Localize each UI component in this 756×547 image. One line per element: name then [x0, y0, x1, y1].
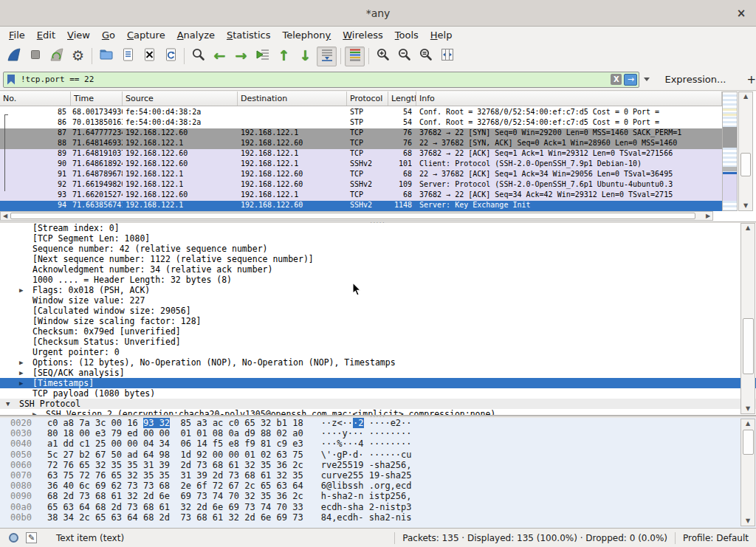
first-packet-button[interactable]: ↑ — [274, 47, 294, 66]
hex-row-0070[interactable]: 007063 75 72 76 65 32 35 35 31 39 2d 73 … — [0, 470, 756, 481]
column-header-source[interactable]: Source — [123, 92, 238, 106]
scrollbar-thumb[interactable] — [10, 213, 695, 219]
display-filter-input[interactable] — [21, 73, 611, 86]
scroll-up-icon[interactable]: ▲ — [741, 419, 755, 428]
expression-button[interactable]: Expression... — [664, 74, 726, 85]
detail-row[interactable]: ▶Flags: 0x018 (PSH, ACK) — [0, 285, 756, 295]
scrollbar-thumb[interactable] — [740, 153, 751, 176]
hex-row-0090[interactable]: 009068 2d 73 68 61 32 2d 6e 69 73 74 70 … — [0, 491, 756, 501]
hex-row-0040[interactable]: 0040a1 dd c1 25 00 00 04 34 06 14 f5 e8 … — [0, 438, 756, 449]
menu-analyze[interactable]: Analyze — [171, 28, 221, 42]
detail-row[interactable]: ▶Options: (12 bytes), No-Operation (NOP)… — [0, 357, 756, 368]
filter-add-button[interactable]: + — [746, 73, 756, 86]
packet-row-89[interactable]: 8971.648191037192.168.122.60192.168.122.… — [0, 149, 722, 159]
hex-row-0060[interactable]: 006072 76 65 32 35 35 31 39 2d 73 68 61 … — [0, 460, 756, 470]
capture-options-button[interactable]: ⚙ — [68, 47, 88, 66]
menu-edit[interactable]: Edit — [31, 28, 61, 42]
detail-row[interactable]: Window size value: 227 — [0, 295, 756, 306]
packet-row-91[interactable]: 9171.648789678192.168.122.1192.168.122.6… — [0, 170, 722, 180]
close-file-button[interactable] — [139, 47, 159, 66]
detail-row[interactable]: [Stream index: 0] — [0, 223, 756, 233]
column-header-time[interactable]: Time — [71, 92, 123, 106]
filter-bookmark-icon[interactable] — [7, 75, 15, 85]
detail-row[interactable]: [Checksum Status: Unverified] — [0, 337, 756, 347]
detail-row[interactable]: 1000 .... = Header Length: 32 bytes (8) — [0, 275, 756, 285]
detail-row[interactable]: Urgent pointer: 0 — [0, 347, 756, 357]
auto-scroll-button[interactable] — [317, 47, 337, 66]
packet-row-90[interactable]: 9071.648618924192.168.122.60192.168.122.… — [0, 159, 722, 170]
expand-icon[interactable]: ▶ — [19, 285, 23, 295]
packet-row-86[interactable]: 8670.013850163fe:54:00:d4:38:2aSTP54Conf… — [0, 118, 722, 128]
colorize-button[interactable] — [345, 47, 365, 66]
next-packet-button[interactable]: → — [231, 47, 251, 66]
detail-row[interactable]: [Next sequence number: 1122 (relative se… — [0, 254, 756, 264]
packet-row-88[interactable]: 8871.648146932192.168.122.1192.168.122.6… — [0, 139, 722, 149]
open-file-button[interactable] — [96, 47, 116, 66]
expand-icon[interactable]: ▶ — [19, 368, 23, 378]
detail-row[interactable]: TCP payload (1080 bytes) — [0, 388, 756, 399]
hex-row-00b0[interactable]: 00b038 34 2c 65 63 64 68 2d 73 68 61 32 … — [0, 512, 756, 523]
restart-capture-button[interactable] — [47, 47, 66, 66]
find-packet-button[interactable] — [188, 47, 208, 66]
zoom-out-button[interactable] — [394, 47, 414, 66]
column-header-info[interactable]: Info — [416, 92, 722, 106]
reload-file-button[interactable] — [160, 47, 180, 66]
save-file-button[interactable] — [117, 47, 137, 66]
expand-icon[interactable]: ▶ — [19, 357, 23, 368]
start-capture-button[interactable] — [4, 47, 24, 66]
scroll-down-icon[interactable]: ▼ — [741, 517, 755, 526]
zoom-in-button[interactable] — [373, 47, 393, 66]
zoom-reset-button[interactable] — [416, 47, 436, 66]
menu-telephony[interactable]: Telephony — [276, 28, 337, 42]
expand-icon[interactable]: ▶ — [32, 409, 36, 416]
menu-statistics[interactable]: Statistics — [221, 28, 277, 42]
scroll-down-icon[interactable]: ▼ — [741, 405, 755, 413]
menu-help[interactable]: Help — [425, 28, 458, 42]
go-to-packet-button[interactable] — [252, 47, 272, 66]
resize-columns-button[interactable] — [437, 47, 457, 66]
detail-row[interactable]: Acknowledgment number: 34 (relative ack … — [0, 264, 756, 275]
detail-row[interactable]: Sequence number: 42 (relative sequence n… — [0, 244, 756, 254]
expand-icon[interactable]: ▶ — [19, 378, 23, 388]
scroll-up-icon[interactable]: ▲ — [741, 224, 755, 233]
detail-row[interactable]: [Window size scaling factor: 128] — [0, 316, 756, 326]
collapse-icon[interactable]: ▼ — [6, 399, 10, 409]
column-header-protocol[interactable]: Protocol — [347, 92, 388, 106]
menu-tools[interactable]: Tools — [389, 28, 425, 42]
scrollbar-thumb[interactable] — [743, 430, 754, 455]
scroll-down-icon[interactable]: ▼ — [739, 202, 752, 210]
hex-row-0050[interactable]: 00505c 27 b2 67 50 ad 64 98 1d 92 00 00 … — [0, 450, 756, 460]
packet-row-87[interactable]: 8771.647777234192.168.122.60192.168.122.… — [0, 128, 722, 139]
previous-packet-button[interactable]: ← — [210, 47, 230, 66]
packet-row-92[interactable]: 9271.661949820192.168.122.1192.168.122.6… — [0, 180, 722, 190]
scroll-up-icon[interactable]: ▲ — [739, 92, 752, 101]
filter-clear-button[interactable]: X — [611, 74, 622, 85]
detail-row[interactable]: ▶[Timestamps] — [0, 378, 756, 388]
packet-list-horizontal-scrollbar[interactable]: ◀ ▶ — [0, 211, 713, 221]
scroll-right-icon[interactable]: ▶ — [704, 212, 712, 220]
column-header-destination[interactable]: Destination — [238, 92, 347, 106]
column-header-length[interactable]: Length — [388, 92, 416, 106]
packet-row-85[interactable]: 8568.001734936fe:54:00:d4:38:2aSTP54Conf… — [0, 108, 722, 118]
detail-row[interactable]: [Calculated window size: 29056] — [0, 306, 756, 316]
packet-row-93[interactable]: 9371.662015274192.168.122.60192.168.122.… — [0, 190, 722, 201]
filter-apply-button[interactable]: → — [624, 74, 637, 86]
display-filter-field[interactable]: X → — [3, 72, 639, 88]
menu-view[interactable]: View — [61, 28, 96, 42]
profile-text[interactable]: Profile: Default — [683, 533, 749, 543]
hex-vertical-scrollbar[interactable]: ▲ ▼ — [740, 419, 755, 526]
packet-list-minimap[interactable] — [722, 92, 738, 211]
menu-capture[interactable]: Capture — [121, 28, 171, 42]
detail-row[interactable]: ▶[SEQ/ACK analysis] — [0, 368, 756, 378]
expert-info-icon[interactable] — [9, 533, 18, 543]
hex-row-0080[interactable]: 008036 40 6c 69 62 73 73 68 2e 6f 72 67 … — [0, 481, 756, 491]
stop-capture-button[interactable] — [25, 47, 45, 66]
detail-row[interactable]: ▼SSH Protocol — [0, 399, 756, 409]
detail-row[interactable]: Checksum: 0x79ed [unverified] — [0, 326, 756, 337]
scrollbar-thumb[interactable] — [743, 318, 754, 374]
filter-history-dropdown-icon[interactable] — [644, 78, 650, 81]
packet-row-94[interactable]: 9471.663856741192.168.122.1192.168.122.6… — [0, 201, 722, 211]
details-vertical-scrollbar[interactable]: ▲ ▼ — [740, 223, 755, 414]
hex-row-0020[interactable]: 0020c0 a8 7a 3c 00 16 93 32 85 a3 ac c0 … — [0, 418, 756, 428]
hex-row-00a0[interactable]: 00a065 63 64 68 2d 73 68 61 32 2d 6e 69 … — [0, 502, 756, 512]
